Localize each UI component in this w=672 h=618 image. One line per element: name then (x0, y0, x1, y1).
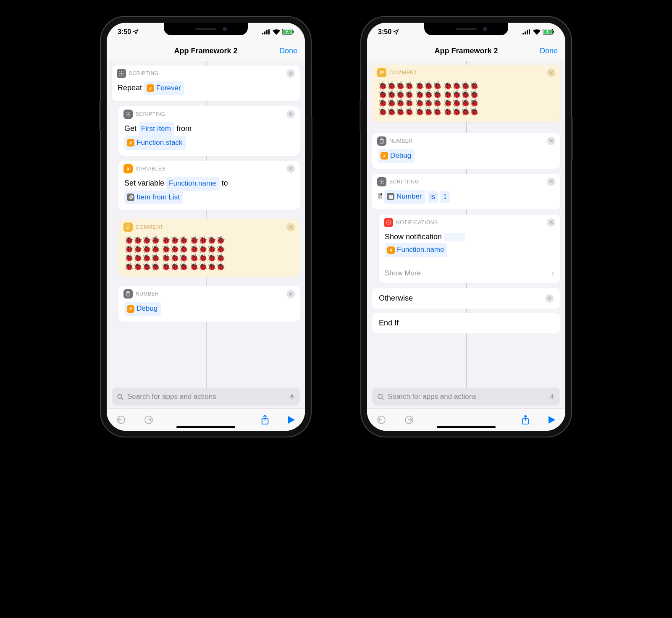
home-indicator[interactable] (176, 426, 235, 428)
nav-bar: App Framework 2 Done (367, 41, 565, 61)
token-number[interactable]: ▦Number (384, 190, 425, 204)
comment-text[interactable]: 🐞🐞🐞🐞 🐞🐞🐞 🐞🐞🐞🐞 🐞🐞🐞🐞 🐞🐞🐞 🐞🐞🐞🐞 🐞🐞🐞🐞 🐞🐞🐞 🐞🐞🐞… (372, 79, 560, 122)
location-icon (133, 29, 139, 35)
done-button[interactable]: Done (279, 47, 297, 55)
page-title: App Framework 2 (434, 47, 498, 55)
svg-rect-26 (529, 29, 530, 34)
svg-rect-23 (522, 33, 524, 34)
svg-point-17 (129, 295, 129, 295)
token-function-name[interactable]: xFunction.name (385, 243, 447, 257)
close-icon[interactable]: ✕ (286, 223, 295, 231)
token-function-stack[interactable]: xFunction.stack (124, 136, 186, 150)
action-set-variable[interactable]: x VARIABLES ✕ Set variable Function.name… (118, 161, 300, 210)
search-placeholder: Search for apps and actions (388, 393, 477, 401)
category-label: SCRIPTING (136, 111, 165, 117)
location-icon (393, 29, 399, 35)
token-first-item[interactable]: First Item (139, 122, 174, 136)
status-time: 3:50 (378, 28, 391, 36)
redo-button[interactable] (404, 415, 414, 425)
redo-button[interactable] (144, 415, 154, 425)
token-item-from-list[interactable]: ⚙Item from List (124, 191, 183, 204)
close-icon[interactable]: ✕ (547, 218, 555, 227)
svg-rect-1 (264, 31, 265, 34)
chevron-right-icon: › (551, 268, 554, 278)
token-forever[interactable]: xForever (144, 81, 184, 95)
wifi-icon (533, 29, 541, 35)
token-debug[interactable]: xDebug (124, 302, 161, 316)
comment-text[interactable]: 🐞🐞🐞🐞 🐞🐞🐞 🐞🐞🐞🐞 🐞🐞🐞🐞 🐞🐞🐞 🐞🐞🐞🐞 🐞🐞🐞🐞 🐞🐞🐞 🐞🐞🐞… (118, 233, 300, 277)
svg-rect-9 (126, 226, 130, 226)
close-icon[interactable]: ✕ (547, 178, 555, 186)
action-if[interactable]: SCRIPTING ✕ If ▦Number is 1 (372, 174, 560, 209)
undo-button[interactable] (116, 415, 126, 425)
action-get-item[interactable]: SCRIPTING ✕ Get First Item from xFunctio… (118, 106, 300, 156)
svg-point-35 (381, 141, 381, 141)
action-repeat[interactable]: SCRIPTING ✕ Repeat xForever (112, 65, 300, 101)
svg-point-39 (381, 181, 383, 183)
undo-button[interactable] (376, 415, 386, 425)
svg-rect-10 (126, 227, 130, 228)
comment-icon (377, 68, 386, 77)
page-title: App Framework 2 (174, 47, 237, 55)
svg-rect-11 (126, 228, 129, 229)
calculator-icon (123, 289, 133, 299)
close-icon[interactable]: ✕ (286, 110, 295, 118)
wifi-icon (273, 29, 280, 35)
action-show-notification[interactable]: NOTIFICATIONS ✕ Show notification xFunct… (379, 215, 560, 283)
action-comment[interactable]: COMMENT ✕ 🐞🐞🐞🐞 🐞🐞🐞 🐞🐞🐞🐞 🐞🐞🐞🐞 🐞🐞🐞 🐞🐞🐞🐞 🐞🐞… (372, 65, 560, 122)
search-placeholder: Search for apps and actions (127, 393, 216, 401)
gear-icon (377, 177, 386, 186)
svg-rect-25 (527, 30, 528, 34)
gear-icon (117, 69, 126, 78)
category-label: SCRIPTING (129, 71, 159, 76)
action-comment[interactable]: COMMENT ✕ 🐞🐞🐞🐞 🐞🐞🐞 🐞🐞🐞🐞 🐞🐞🐞🐞 🐞🐞🐞 🐞🐞🐞🐞 🐞🐞… (118, 219, 300, 277)
category-label: SCRIPTING (389, 179, 419, 185)
share-button[interactable] (260, 414, 270, 425)
svg-rect-6 (293, 31, 294, 33)
svg-point-43 (378, 394, 382, 398)
token-value[interactable]: 1 (440, 191, 450, 203)
variable-icon: x (123, 164, 133, 173)
action-otherwise[interactable]: Otherwise ✕ (372, 288, 560, 309)
mic-icon[interactable] (549, 393, 555, 401)
close-icon[interactable]: ✕ (286, 69, 295, 78)
notification-icon (384, 218, 393, 227)
token-function-name[interactable]: Function.name (166, 177, 219, 191)
token-is[interactable]: is (428, 191, 438, 203)
svg-rect-40 (387, 220, 390, 224)
phone-left: 3:50 App Framework 2 Done SCRIPTING ✕ (101, 17, 311, 437)
play-button[interactable] (287, 415, 296, 424)
close-icon[interactable]: ✕ (547, 137, 555, 145)
action-number[interactable]: NUMBER ✕ xDebug (118, 286, 300, 322)
home-indicator[interactable] (437, 426, 496, 428)
svg-point-36 (382, 141, 383, 141)
close-icon[interactable]: ✕ (286, 290, 295, 298)
svg-point-16 (127, 295, 128, 295)
play-button[interactable] (548, 415, 556, 424)
phone-right: 3:50 App Framework 2 Done COMMENT ✕ (361, 17, 571, 437)
svg-rect-3 (268, 29, 270, 34)
svg-point-14 (127, 294, 128, 294)
close-icon[interactable]: ✕ (547, 68, 555, 77)
status-time: 3:50 (118, 28, 131, 36)
svg-rect-44 (551, 394, 553, 397)
done-button[interactable]: Done (540, 47, 558, 55)
show-more-button[interactable]: Show More › (379, 263, 560, 283)
comment-icon (123, 223, 133, 232)
svg-rect-13 (127, 292, 129, 293)
share-button[interactable] (521, 414, 530, 425)
token-debug[interactable]: xDebug (378, 149, 415, 163)
category-label: NOTIFICATIONS (396, 220, 438, 225)
action-end-if[interactable]: End If (372, 313, 560, 333)
notch (424, 23, 508, 35)
search-bar[interactable]: Search for apps and actions (112, 388, 300, 406)
search-bar[interactable]: Search for apps and actions (372, 388, 560, 406)
close-icon[interactable]: ✕ (545, 294, 554, 303)
nav-bar: App Framework 2 Done (107, 41, 305, 61)
close-icon[interactable]: ✕ (286, 165, 295, 173)
svg-point-18 (118, 394, 122, 398)
notch (164, 23, 248, 35)
action-number[interactable]: NUMBER ✕ xDebug (372, 133, 560, 169)
category-label: COMMENT (136, 224, 163, 230)
mic-icon[interactable] (289, 393, 295, 401)
